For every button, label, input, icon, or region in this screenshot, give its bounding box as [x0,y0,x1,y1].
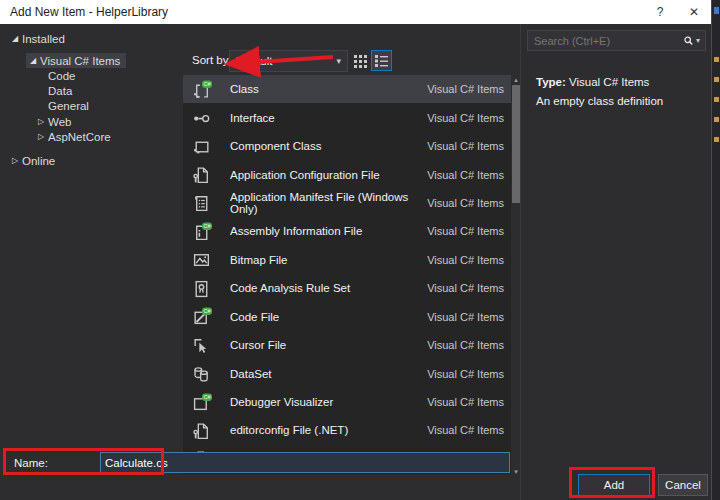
scroll-mark [714,97,719,102]
sidebar-item-label: Data [48,85,72,97]
sort-by-dropdown[interactable]: Default ▾ [229,50,348,72]
list-item-label: Bitmap File [230,254,427,266]
close-button[interactable]: ✕ [677,0,711,24]
name-label: Name: [14,457,48,469]
list-item-label: Component Class [230,140,427,152]
svg-text:C#: C# [203,394,211,400]
list-item-category: Visual C# Items [427,140,504,152]
list-item-label: Code File [230,311,427,323]
list-item-editorconfig-file-net[interactable]: editorconfig File (.NET)Visual C# Items [183,416,511,444]
list-item-category: Visual C# Items [427,368,504,380]
search-icon[interactable] [682,33,695,49]
info-file-icon: C# [190,222,214,241]
config-file-icon [190,421,214,440]
list-item-category: Visual C# Items [427,169,504,181]
list-item-label: Assembly Information File [230,225,427,237]
dataset-icon [190,364,214,383]
scroll-mark [714,7,719,14]
list-item-category: Visual C# Items [427,254,504,266]
list-item-class[interactable]: C#ClassVisual C# Items [183,75,511,103]
sidebar-item-label: AspNetCore [48,131,111,143]
cursor-file-icon [190,336,214,355]
sidebar-item-code[interactable]: Code [0,68,180,83]
list-item-label: Debugger Visualizer [230,396,427,408]
list-item-bitmap-file[interactable]: Bitmap FileVisual C# Items [183,246,511,274]
sidebar-item-visual-c-items[interactable]: ◢Visual C# Items [0,53,180,68]
sidebar-item-data[interactable]: Data [0,84,180,99]
list-item-label: editorconfig File (.NET) [230,424,427,436]
chevron-expanded-icon[interactable]: ◢ [26,56,40,65]
chevron-down-icon: ▾ [336,56,341,66]
add-button[interactable]: Add [578,474,650,496]
chevron-collapsed-icon[interactable]: ▷ [8,156,22,165]
scroll-mark [714,117,719,122]
list-item-category: Visual C# Items [427,424,504,436]
dialog-body: ◢Installed◢Visual C# ItemsCodeDataGenera… [0,24,711,500]
list-item-label: DataSet [230,368,427,380]
sort-by-label: Sort by: [192,54,232,66]
config-file-icon [190,165,214,184]
help-button[interactable]: ? [643,0,677,24]
template-list: C#ClassVisual C# Items InterfaceVisual C… [183,75,511,474]
sidebar-item-label: Visual C# Items [40,55,120,67]
sidebar-item-general[interactable]: General [0,99,180,114]
panel-divider [520,24,521,500]
list-item-debugger-visualizer[interactable]: C#Debugger VisualizerVisual C# Items [183,388,511,416]
svg-text:C#: C# [203,81,211,87]
rule-set-icon [190,279,214,298]
scroll-mark [714,137,719,142]
code-file-icon: C# [190,307,214,326]
list-item-dataset[interactable]: DataSetVisual C# Items [183,359,511,387]
manifest-file-icon [190,193,214,212]
list-item-interface[interactable]: InterfaceVisual C# Items [183,103,511,131]
search-options-chevron-icon[interactable]: ▾ [695,36,705,45]
list-item-application-configuration-file[interactable]: Application Configuration FileVisual C# … [183,160,511,188]
list-item-category: Visual C# Items [427,339,504,351]
list-item-cursor-file[interactable]: Cursor FileVisual C# Items [183,331,511,359]
list-item-code-file[interactable]: C#Code FileVisual C# Items [183,303,511,331]
sidebar-item-online[interactable]: ▷Online [0,153,180,168]
small-icons-view-icon[interactable] [353,53,369,69]
list-item-component-class[interactable]: Component ClassVisual C# Items [183,132,511,160]
item-type-line: Type: Visual C# Items [536,76,649,88]
sidebar-item-aspnetcore[interactable]: ▷AspNetCore [0,129,180,144]
type-value: Visual C# Items [569,76,649,88]
component-icon [190,137,214,156]
search-input[interactable] [528,35,682,47]
sidebar-item-installed[interactable]: ◢Installed [0,31,180,46]
class-icon: C# [190,80,214,99]
add-new-item-dialog: Solution Ex Add New Item - HelperLibrary… [0,0,720,500]
list-item-label: Application Manifest File (Windows Only) [230,191,427,215]
list-item-category: Visual C# Items [427,225,504,237]
category-tree: ◢Installed◢Visual C# ItemsCodeDataGenera… [0,31,180,169]
list-item-label: Class [230,83,427,95]
sidebar-item-label: Online [22,155,55,167]
chevron-expanded-icon[interactable]: ◢ [8,34,22,43]
sidebar-item-label: Installed [22,33,65,45]
name-input[interactable] [100,452,510,473]
svg-text:C#: C# [203,309,211,315]
background-window-edge [711,0,720,500]
list-item-label: Interface [230,112,427,124]
list-view-toggle[interactable] [371,50,392,71]
titlebar: Add New Item - HelperLibrary ? ✕ [0,0,711,24]
scroll-mark [714,77,719,82]
chevron-collapsed-icon[interactable]: ▷ [34,132,48,141]
list-item-category: Visual C# Items [427,112,504,124]
list-item-code-analysis-rule-set[interactable]: Code Analysis Rule SetVisual C# Items [183,274,511,302]
list-item-assembly-information-file[interactable]: C#Assembly Information FileVisual C# Ite… [183,217,511,245]
chevron-collapsed-icon[interactable]: ▷ [34,117,48,126]
list-view-icon [374,53,389,68]
sidebar-item-web[interactable]: ▷Web [0,114,180,129]
scrollbar-thumb[interactable] [512,85,520,203]
debugger-icon: C# [190,393,214,412]
list-item-application-manifest-file-windows-only[interactable]: Application Manifest File (Windows Only)… [183,189,511,217]
search-box[interactable]: ▾ [527,30,706,51]
list-item-category: Visual C# Items [427,396,504,408]
list-item-category: Visual C# Items [427,282,504,294]
interface-icon [190,108,214,127]
svg-text:C#: C# [203,223,211,229]
list-item-category: Visual C# Items [427,311,504,323]
list-item-label: Application Configuration File [230,169,427,181]
cancel-button[interactable]: Cancel [658,474,708,496]
